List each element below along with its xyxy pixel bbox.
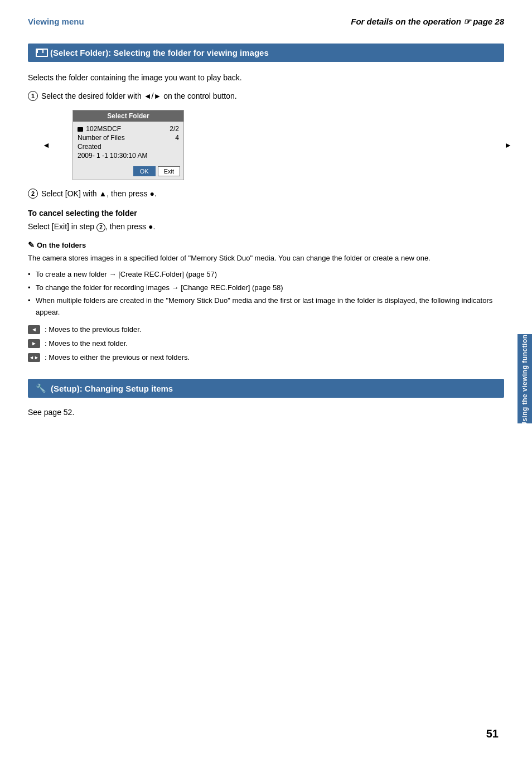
dialog-arrow-right: ► xyxy=(504,141,512,150)
bullet-list: To create a new folder → [Create REC.Fol… xyxy=(28,269,504,319)
step2-text: Select [OK] with ▲, then press ●. xyxy=(41,188,157,200)
note-heading: ✎ On the folders xyxy=(28,240,504,249)
list-item: When multiple folders are created in the… xyxy=(28,295,504,319)
dialog-created-row: Created xyxy=(78,143,179,151)
dialog-numfiles-value: 4 xyxy=(175,134,179,142)
list-item: ◄► : Moves to either the previous or nex… xyxy=(28,352,504,364)
step2-num: 2 xyxy=(28,189,38,199)
section2-title: (Setup): Changing Setup items xyxy=(51,384,173,393)
dialog-numfiles-row: Number of Files 4 xyxy=(78,134,179,142)
cancel-heading: To cancel selecting the folder xyxy=(28,209,504,218)
list-item: To create a new folder → [Create REC.Fol… xyxy=(28,269,504,281)
dialog-title: Select Folder xyxy=(73,110,183,122)
wrench-icon: 🔧 xyxy=(36,383,46,393)
indicator-list: ◄ : Moves to the previous folder. ► : Mo… xyxy=(28,324,504,363)
dialog-numfiles-label: Number of Files xyxy=(78,134,125,142)
dialog-box: Select Folder 102MSDCF 2/2 Number of Fil… xyxy=(72,110,184,180)
indicator-text-prev: : Moves to the previous folder. xyxy=(45,324,141,336)
section1-content: Selects the folder containing the image … xyxy=(28,72,504,363)
section2-header: 🔧 (Setup): Changing Setup items xyxy=(28,379,504,398)
step1: 1 Select the desired folder with ◄/► on … xyxy=(28,90,504,102)
list-item: ◄ : Moves to the previous folder. xyxy=(28,324,504,336)
page-number: 51 xyxy=(486,727,499,740)
section1-title: (Select Folder): Selecting the folder fo… xyxy=(50,48,269,57)
dialog-folder-count: 2/2 xyxy=(170,125,179,133)
step1-num: 1 xyxy=(28,91,38,101)
dialog-buttons: OK Exit xyxy=(73,164,183,180)
note-section: ✎ On the folders The camera stores image… xyxy=(28,240,504,363)
indicator-icon-prev: ◄ xyxy=(28,325,40,334)
indicator-text-both: : Moves to either the previous or next f… xyxy=(45,352,190,364)
section2: 🔧 (Setup): Changing Setup items See page… xyxy=(28,379,504,417)
cancel-text: Select [Exit] in step 2, then press ●. xyxy=(28,221,504,233)
step1-text: Select the desired folder with ◄/► on th… xyxy=(41,90,237,102)
side-tab: Using the viewing functions xyxy=(518,334,532,423)
dialog-folder-label: 102MSDCF xyxy=(78,125,121,133)
see-page-text: See page 52. xyxy=(28,408,504,417)
list-item: ► : Moves to the next folder. xyxy=(28,338,504,350)
indicator-text-next: : Moves to the next folder. xyxy=(45,338,128,350)
header: Viewing menu For details on the operatio… xyxy=(28,17,504,27)
intro-text: Selects the folder containing the image … xyxy=(28,72,504,84)
page-wrapper: Viewing menu For details on the operatio… xyxy=(0,0,532,757)
dialog-created-label: Created xyxy=(78,143,101,151)
section1-header: (Select Folder): Selecting the folder fo… xyxy=(28,44,504,62)
note-text: The camera stores images in a specified … xyxy=(28,253,504,264)
note-icon: ✎ xyxy=(28,240,35,249)
dialog-arrow-left: ◄ xyxy=(42,141,50,150)
indicator-icon-both: ◄► xyxy=(28,353,40,362)
indicator-icon-next: ► xyxy=(28,339,40,348)
header-section-title: Viewing menu xyxy=(28,17,84,26)
step2: 2 Select [OK] with ▲, then press ●. xyxy=(28,188,504,200)
dialog-ok-button[interactable]: OK xyxy=(133,166,156,176)
dialog-date-value: 2009- 1 -1 10:30:10 AM xyxy=(78,152,147,160)
dialog-body: 102MSDCF 2/2 Number of Files 4 Created 2… xyxy=(73,122,183,164)
folder-icon xyxy=(36,49,46,57)
dialog-exit-button[interactable]: Exit xyxy=(158,166,180,176)
header-page-ref: For details on the operation ☞ page 28 xyxy=(351,17,504,27)
list-item: To change the folder for recording image… xyxy=(28,282,504,294)
dialog-date-row: 2009- 1 -1 10:30:10 AM xyxy=(78,152,179,160)
dialog-folder-row: 102MSDCF 2/2 xyxy=(78,125,179,133)
